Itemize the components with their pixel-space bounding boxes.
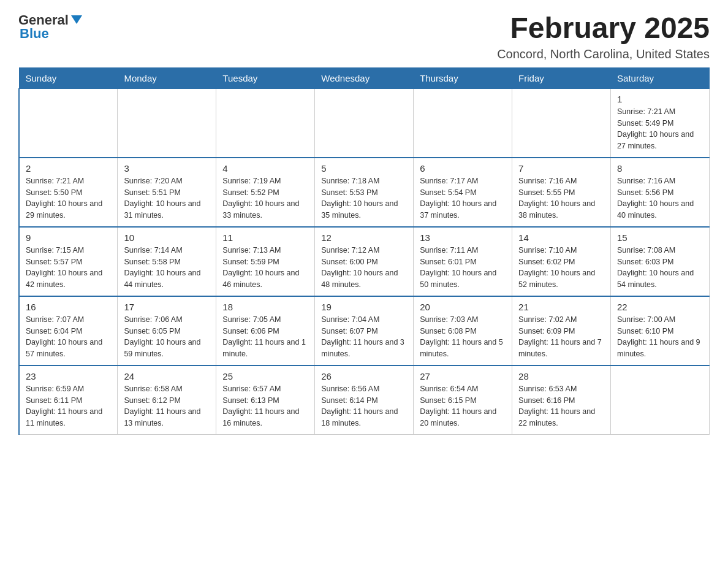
header-tuesday: Tuesday bbox=[216, 67, 315, 88]
table-row bbox=[216, 88, 315, 158]
day-number: 6 bbox=[420, 163, 506, 174]
table-row: 16Sunrise: 7:07 AMSunset: 6:04 PMDayligh… bbox=[19, 296, 118, 366]
table-row: 18Sunrise: 7:05 AMSunset: 6:06 PMDayligh… bbox=[216, 296, 315, 366]
day-number: 4 bbox=[222, 163, 308, 174]
table-row: 6Sunrise: 7:17 AMSunset: 5:54 PMDaylight… bbox=[414, 158, 512, 227]
day-number: 9 bbox=[26, 232, 111, 243]
weekday-header-row: Sunday Monday Tuesday Wednesday Thursday… bbox=[19, 67, 710, 88]
day-info: Sunrise: 7:16 AMSunset: 5:56 PMDaylight:… bbox=[617, 175, 703, 221]
day-number: 27 bbox=[420, 371, 506, 381]
day-number: 24 bbox=[124, 371, 210, 381]
title-section: February 2025 Concord, North Carolina, U… bbox=[497, 12, 710, 61]
header-sunday: Sunday bbox=[19, 67, 118, 88]
calendar-table: Sunday Monday Tuesday Wednesday Thursday… bbox=[18, 67, 710, 435]
header-wednesday: Wednesday bbox=[315, 67, 414, 88]
table-row: 4Sunrise: 7:19 AMSunset: 5:52 PMDaylight… bbox=[216, 158, 315, 227]
day-info: Sunrise: 7:02 AMSunset: 6:09 PMDaylight:… bbox=[518, 314, 604, 360]
day-info: Sunrise: 7:18 AMSunset: 5:53 PMDaylight:… bbox=[321, 175, 407, 221]
table-row bbox=[611, 366, 710, 435]
table-row bbox=[118, 88, 216, 158]
day-info: Sunrise: 6:57 AMSunset: 6:13 PMDaylight:… bbox=[222, 383, 308, 429]
day-info: Sunrise: 7:15 AMSunset: 5:57 PMDaylight:… bbox=[26, 245, 111, 291]
table-row: 23Sunrise: 6:59 AMSunset: 6:11 PMDayligh… bbox=[19, 366, 118, 435]
day-number: 13 bbox=[420, 232, 506, 243]
day-info: Sunrise: 7:03 AMSunset: 6:08 PMDaylight:… bbox=[420, 314, 506, 360]
day-number: 2 bbox=[26, 163, 111, 174]
day-info: Sunrise: 7:20 AMSunset: 5:51 PMDaylight:… bbox=[124, 175, 210, 221]
table-row: 28Sunrise: 6:53 AMSunset: 6:16 PMDayligh… bbox=[512, 366, 611, 435]
day-info: Sunrise: 7:05 AMSunset: 6:06 PMDaylight:… bbox=[222, 314, 308, 360]
day-info: Sunrise: 7:12 AMSunset: 6:00 PMDaylight:… bbox=[321, 245, 407, 291]
table-row: 24Sunrise: 6:58 AMSunset: 6:12 PMDayligh… bbox=[118, 366, 216, 435]
day-number: 21 bbox=[518, 302, 604, 312]
day-number: 23 bbox=[26, 371, 111, 381]
day-info: Sunrise: 6:54 AMSunset: 6:15 PMDaylight:… bbox=[420, 383, 506, 429]
table-row: 11Sunrise: 7:13 AMSunset: 5:59 PMDayligh… bbox=[216, 227, 315, 296]
table-row: 15Sunrise: 7:08 AMSunset: 6:03 PMDayligh… bbox=[611, 227, 710, 296]
day-number: 8 bbox=[617, 163, 703, 174]
day-info: Sunrise: 7:11 AMSunset: 6:01 PMDaylight:… bbox=[420, 245, 506, 291]
day-info: Sunrise: 7:14 AMSunset: 5:58 PMDaylight:… bbox=[124, 245, 210, 291]
table-row: 10Sunrise: 7:14 AMSunset: 5:58 PMDayligh… bbox=[118, 227, 216, 296]
day-info: Sunrise: 7:00 AMSunset: 6:10 PMDaylight:… bbox=[617, 314, 703, 360]
table-row: 27Sunrise: 6:54 AMSunset: 6:15 PMDayligh… bbox=[414, 366, 512, 435]
header-friday: Friday bbox=[512, 67, 611, 88]
day-info: Sunrise: 6:56 AMSunset: 6:14 PMDaylight:… bbox=[321, 383, 407, 429]
calendar-week-row: 9Sunrise: 7:15 AMSunset: 5:57 PMDaylight… bbox=[19, 227, 710, 296]
day-number: 15 bbox=[617, 232, 703, 243]
day-info: Sunrise: 7:21 AMSunset: 5:50 PMDaylight:… bbox=[26, 175, 111, 221]
day-number: 20 bbox=[420, 302, 506, 312]
header-thursday: Thursday bbox=[414, 67, 512, 88]
svg-marker-0 bbox=[71, 15, 82, 24]
day-info: Sunrise: 7:13 AMSunset: 5:59 PMDaylight:… bbox=[222, 245, 308, 291]
day-info: Sunrise: 7:16 AMSunset: 5:55 PMDaylight:… bbox=[518, 175, 604, 221]
calendar-week-row: 16Sunrise: 7:07 AMSunset: 6:04 PMDayligh… bbox=[19, 296, 710, 366]
month-title: February 2025 bbox=[497, 12, 710, 45]
day-info: Sunrise: 7:08 AMSunset: 6:03 PMDaylight:… bbox=[617, 245, 703, 291]
day-number: 10 bbox=[124, 232, 210, 243]
table-row: 20Sunrise: 7:03 AMSunset: 6:08 PMDayligh… bbox=[414, 296, 512, 366]
table-row bbox=[19, 88, 118, 158]
day-number: 11 bbox=[222, 232, 308, 243]
day-info: Sunrise: 6:53 AMSunset: 6:16 PMDaylight:… bbox=[518, 383, 604, 429]
day-number: 1 bbox=[617, 94, 703, 104]
table-row: 26Sunrise: 6:56 AMSunset: 6:14 PMDayligh… bbox=[315, 366, 414, 435]
table-row: 14Sunrise: 7:10 AMSunset: 6:02 PMDayligh… bbox=[512, 227, 611, 296]
table-row: 17Sunrise: 7:06 AMSunset: 6:05 PMDayligh… bbox=[118, 296, 216, 366]
day-number: 28 bbox=[518, 371, 604, 381]
table-row: 7Sunrise: 7:16 AMSunset: 5:55 PMDaylight… bbox=[512, 158, 611, 227]
table-row: 22Sunrise: 7:00 AMSunset: 6:10 PMDayligh… bbox=[611, 296, 710, 366]
header-saturday: Saturday bbox=[611, 67, 710, 88]
day-number: 19 bbox=[321, 302, 407, 312]
location-subtitle: Concord, North Carolina, United States bbox=[497, 47, 710, 61]
day-number: 22 bbox=[617, 302, 703, 312]
table-row bbox=[414, 88, 512, 158]
day-number: 18 bbox=[222, 302, 308, 312]
table-row bbox=[315, 88, 414, 158]
day-number: 12 bbox=[321, 232, 407, 243]
table-row: 2Sunrise: 7:21 AMSunset: 5:50 PMDaylight… bbox=[19, 158, 118, 227]
page-header: General Blue February 2025 Concord, Nort… bbox=[18, 12, 710, 61]
logo-text-blue: Blue bbox=[20, 26, 49, 42]
table-row: 8Sunrise: 7:16 AMSunset: 5:56 PMDaylight… bbox=[611, 158, 710, 227]
day-number: 5 bbox=[321, 163, 407, 174]
table-row: 25Sunrise: 6:57 AMSunset: 6:13 PMDayligh… bbox=[216, 366, 315, 435]
table-row: 13Sunrise: 7:11 AMSunset: 6:01 PMDayligh… bbox=[414, 227, 512, 296]
table-row: 3Sunrise: 7:20 AMSunset: 5:51 PMDaylight… bbox=[118, 158, 216, 227]
day-info: Sunrise: 6:59 AMSunset: 6:11 PMDaylight:… bbox=[26, 383, 111, 429]
day-number: 17 bbox=[124, 302, 210, 312]
day-info: Sunrise: 7:04 AMSunset: 6:07 PMDaylight:… bbox=[321, 314, 407, 360]
day-info: Sunrise: 7:17 AMSunset: 5:54 PMDaylight:… bbox=[420, 175, 506, 221]
day-number: 16 bbox=[26, 302, 111, 312]
table-row bbox=[512, 88, 611, 158]
table-row: 12Sunrise: 7:12 AMSunset: 6:00 PMDayligh… bbox=[315, 227, 414, 296]
calendar-week-row: 1Sunrise: 7:21 AMSunset: 5:49 PMDaylight… bbox=[19, 88, 710, 158]
day-number: 3 bbox=[124, 163, 210, 174]
day-info: Sunrise: 6:58 AMSunset: 6:12 PMDaylight:… bbox=[124, 383, 210, 429]
day-number: 26 bbox=[321, 371, 407, 381]
day-info: Sunrise: 7:06 AMSunset: 6:05 PMDaylight:… bbox=[124, 314, 210, 360]
calendar-week-row: 23Sunrise: 6:59 AMSunset: 6:11 PMDayligh… bbox=[19, 366, 710, 435]
table-row: 5Sunrise: 7:18 AMSunset: 5:53 PMDaylight… bbox=[315, 158, 414, 227]
day-info: Sunrise: 7:19 AMSunset: 5:52 PMDaylight:… bbox=[222, 175, 308, 221]
day-number: 25 bbox=[222, 371, 308, 381]
